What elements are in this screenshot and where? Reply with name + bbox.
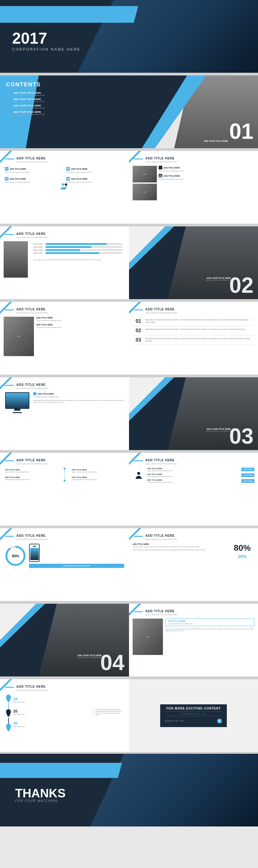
mp-sub: copy in write your text and paste it her…	[17, 538, 48, 540]
dark02-label: ADD YOUR TITLE HERE copy in write your t…	[205, 277, 231, 281]
excite-web: Dianna Yao CO	[165, 720, 184, 722]
slide-mobile-pct: ADD TITLE HERE copy in write your text a…	[0, 528, 129, 601]
right-info-text-2: Copy write your text and paste it here	[159, 178, 254, 180]
pi-text-area: ADD TITLE HERE Copy write your text and …	[165, 619, 254, 655]
barchart-photo	[4, 241, 28, 278]
contents-item-sub-2: copy in write your text and paste it her…	[13, 101, 45, 102]
excite-box: FOR MORE EXCITING CONTENT PLEASE VISIT U…	[160, 704, 227, 727]
loc-texts: 10 Add Title Here 20 Add Title Here 30 A…	[13, 694, 90, 731]
monitor-item-body-2: Remember the time and we head for to kee…	[33, 399, 125, 403]
dark04-label-title: ADD YOUR TITLE HERE	[76, 654, 102, 656]
tl-item-br: ADD TITLE HERE Copy write your text and …	[72, 476, 124, 480]
grid-item-1: ADD TITLE HERE Copy write your text and …	[4, 166, 64, 175]
contents-item-title-2: ADD YOUR TITLE HERE	[13, 98, 45, 101]
cover-text-block: 2017 CORPORATION NAME HERE	[12, 30, 80, 52]
numlist-body: 01 Remember the time and we head for to …	[129, 315, 258, 346]
slide-info-right: ADD TITLE HERE copy in write your text a…	[129, 151, 258, 224]
bar-fill-4	[45, 252, 99, 254]
grid-item-label-3: ADD TITLE HERE	[10, 178, 26, 180]
dark02-label-sub: copy in write your text and add it here	[205, 279, 231, 281]
num-list-num-2: 02	[136, 328, 143, 333]
slide-dark-03: ADD YOUR TITLE HERE copy in write your t…	[129, 377, 258, 450]
pr-title: ADD TITLE HERE	[146, 534, 175, 537]
pi-title: ADD TITLE HERE	[146, 610, 175, 613]
pi-info-box: ADD TITLE HERE Copy write your text and …	[165, 619, 254, 626]
right-info-icon-1	[159, 166, 162, 169]
barchart-title-block: ADD TITLE HERE copy in write your text a…	[17, 230, 48, 238]
contents-item-sub-3: copy in write your text and paste it her…	[13, 107, 45, 109]
dark03-label-title: ADD YOUR TITLE HERE	[205, 428, 231, 430]
loc-pin-3	[6, 724, 11, 730]
loc-line-1	[8, 703, 9, 709]
excite-container: FOR MORE EXCITING CONTENT PLEASE VISIT U…	[160, 704, 227, 727]
contents-text-4: ADD YOUR TITLE HERE copy in write your t…	[13, 111, 45, 115]
cb-item-text-2: ADD TITLE HERE Copy write your text and …	[147, 473, 239, 477]
mp-pct: 90%	[12, 554, 19, 558]
loc-pin-1-tip	[7, 700, 10, 703]
contents-right-num: 01	[229, 120, 254, 142]
timeline-click-row: ADD TITLE HERE copy in write your text a…	[0, 452, 258, 526]
m-title: ADD TITLE HERE	[17, 383, 46, 386]
right-info-label-1: ADD TITLE HERE	[163, 167, 180, 169]
pr-header: ADD TITLE HERE copy in write your text a…	[129, 528, 258, 542]
pl-photo: IMG	[4, 317, 34, 356]
m-sub: copy in write your text and paste it her…	[17, 387, 48, 389]
loc-title-block: ADD TITLE HERE copy in write your text a…	[17, 683, 48, 691]
contents-item-2: 02 ADD YOUR TITLE HERE copy in write you…	[6, 98, 123, 102]
monitor-header: ADD TITLE HERE copy in write your text a…	[0, 377, 129, 391]
right-text-area: ADD TITLE HERE Copy write your text and …	[159, 166, 254, 200]
grid-item-4: ADD TITLE HERE Copy write your text and …	[65, 176, 125, 185]
cb-btn-3[interactable]: CLICK HERE	[241, 479, 254, 483]
cb-btn-2[interactable]: CLICK HERE	[241, 473, 254, 477]
cb-btn-1[interactable]: CLICK HERE	[241, 468, 254, 471]
pr-item-1: ADD TITLE HERE Copy write your text and …	[133, 543, 228, 548]
contents-item-1: 01 ADD YOUR TITLE HERE copy in write you…	[6, 92, 123, 96]
grid-item-title-3: ADD TITLE HERE	[5, 177, 63, 181]
bar-fill-2	[45, 246, 92, 248]
pl-photo-img: IMG	[4, 317, 34, 356]
cb-blue-bar	[134, 460, 143, 461]
thanks-sub: FOR YOUR WATCHING	[15, 799, 66, 803]
pi-photo: IMG	[133, 619, 163, 655]
slide-contents-left: CONTENTS 01 ADD YOUR TITLE HERE copy in …	[0, 75, 129, 148]
pl-blue-bar	[5, 309, 14, 310]
barchart-bars: LABEL HERE LABEL HERE LABEL HERE LABEL H…	[30, 241, 125, 278]
slide-dark-02: ADD YOUR TITLE HERE copy in write your t…	[129, 226, 258, 299]
svg-point-6	[62, 183, 64, 186]
pr-item-2-text: There's always a brilliant text going ah…	[133, 549, 228, 551]
info-grid-row: ADD TITLE HERE copy in write your text a…	[0, 150, 258, 224]
pi-header: ADD TITLE HERE copy in write your text a…	[129, 604, 258, 617]
contents-item-title-4: ADD YOUR TITLE HERE	[13, 111, 45, 113]
slide-cover: 2017 CORPORATION NAME HERE	[0, 0, 258, 73]
contents-num-1: 01	[6, 92, 11, 96]
loc-label-2: Add Title Here	[13, 713, 90, 715]
cb-item-3: ADD TITLE HERE Copy write your text and …	[147, 479, 254, 483]
cover-year: 2017	[12, 30, 80, 46]
num-list-text-1: Remember the time and we head for to kee…	[146, 318, 251, 324]
bar-row-4: LABEL HERE	[33, 252, 122, 254]
tl-sub: copy in write your text and paste it her…	[17, 463, 48, 465]
slide-numlist-right: ADD TITLE HERE copy in write your text a…	[129, 302, 258, 375]
cb-sub: copy in write your text and paste it her…	[146, 463, 177, 465]
svg-rect-3	[67, 179, 68, 180]
barchart-sub: copy in write your text and paste it her…	[17, 237, 48, 238]
loc-text-1: 10 Add Title Here	[13, 697, 90, 703]
tl-text-bl: Copy write your text and paste it here	[5, 478, 57, 480]
mp-circle-text: 90%	[12, 553, 19, 559]
slide-timeline: ADD TITLE HERE copy in write your text a…	[0, 453, 129, 526]
excite-bottom: Dianna Yao CO ▶	[165, 717, 222, 725]
contents-text-2: ADD YOUR TITLE HERE copy in write your t…	[13, 98, 45, 102]
contents-num-3: 03	[6, 104, 11, 109]
tl-label-tl: ADD TITLE HERE	[5, 469, 57, 471]
slide-excite: FOR MORE EXCITING CONTENT PLEASE VISIT U…	[129, 679, 258, 752]
monitor-item-text-1: Copy write your text and paste it here	[33, 396, 125, 398]
grid-icon-1	[5, 167, 8, 170]
pr-sub: copy in write your text and paste it her…	[146, 538, 177, 540]
slide-pct-right: ADD TITLE HERE copy in write your text a…	[129, 528, 258, 601]
contents-item-sub-4: copy in write your text and paste it her…	[13, 113, 45, 115]
pl-item-1: ADD TITLE HERE Copy write your text and …	[36, 317, 125, 321]
grid-item-title-2: ADD TITLE HERE	[66, 167, 124, 170]
contents-right-title: ADD YOUR TITLE HERE	[204, 140, 228, 142]
mp-btn[interactable]: CLICK HERE TO ADD YOUR TEXT	[29, 564, 124, 568]
grid-icon-4	[66, 177, 70, 181]
